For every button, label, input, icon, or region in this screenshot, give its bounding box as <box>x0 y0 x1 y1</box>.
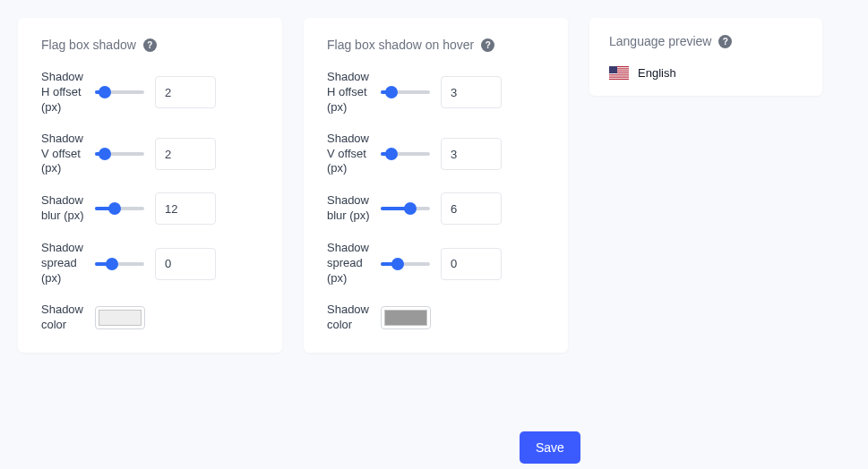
shadow-spread-input[interactable] <box>441 248 502 280</box>
shadow-h-offset-row: Shadow H offset (px) <box>41 70 259 115</box>
shadow-blur-row: Shadow blur (px) <box>41 192 259 225</box>
flag-box-shadow-card: Flag box shadow ? Shadow H offset (px) S… <box>18 18 282 353</box>
us-flag-icon <box>609 66 629 80</box>
field-label: Shadow V offset (px) <box>41 132 84 177</box>
shadow-spread-input[interactable] <box>155 248 216 280</box>
flag-box-shadow-hover-card: Flag box shadow on hover ? Shadow H offs… <box>304 18 568 353</box>
shadow-h-offset-row: Shadow H offset (px) <box>327 70 545 115</box>
shadow-h-offset-slider[interactable] <box>381 86 430 98</box>
help-icon[interactable]: ? <box>718 35 732 48</box>
shadow-v-offset-slider[interactable] <box>95 148 144 160</box>
help-icon[interactable]: ? <box>143 38 157 52</box>
shadow-v-offset-row: Shadow V offset (px) <box>41 132 259 177</box>
field-label: Shadow H offset (px) <box>327 70 370 115</box>
field-label: Shadow blur (px) <box>327 193 370 224</box>
shadow-spread-slider[interactable] <box>381 258 430 270</box>
field-label: Shadow H offset (px) <box>41 70 84 115</box>
svg-rect-7 <box>609 66 617 73</box>
shadow-blur-input[interactable] <box>155 192 216 225</box>
shadow-color-picker[interactable] <box>381 306 431 329</box>
help-icon[interactable]: ? <box>481 38 494 52</box>
shadow-color-row: Shadow color <box>327 303 545 333</box>
svg-rect-6 <box>609 78 629 79</box>
shadow-v-offset-input[interactable] <box>441 138 502 170</box>
shadow-blur-input[interactable] <box>441 192 502 225</box>
field-label: Shadow V offset (px) <box>327 132 370 177</box>
language-name: English <box>638 66 676 80</box>
shadow-blur-row: Shadow blur (px) <box>327 192 545 225</box>
save-button[interactable]: Save <box>520 431 580 464</box>
shadow-v-offset-row: Shadow V offset (px) <box>327 132 545 177</box>
shadow-v-offset-input[interactable] <box>155 138 216 170</box>
field-label: Shadow spread (px) <box>327 241 370 286</box>
shadow-blur-slider[interactable] <box>95 202 144 215</box>
language-preview-card: Language preview ? English <box>589 18 822 96</box>
svg-rect-5 <box>609 75 629 76</box>
shadow-v-offset-slider[interactable] <box>381 148 430 160</box>
card-title: Language preview ? <box>609 34 803 48</box>
shadow-color-picker[interactable] <box>95 306 145 329</box>
card-title-text: Flag box shadow <box>41 38 136 52</box>
shadow-spread-slider[interactable] <box>95 258 144 270</box>
language-preview-row: English <box>609 66 803 80</box>
card-title-text: Flag box shadow on hover <box>327 38 474 52</box>
card-title: Flag box shadow on hover ? <box>327 38 545 52</box>
field-label: Shadow color <box>327 303 370 333</box>
shadow-h-offset-input[interactable] <box>441 76 502 108</box>
field-label: Shadow spread (px) <box>41 241 84 286</box>
shadow-blur-slider[interactable] <box>381 202 430 215</box>
shadow-h-offset-slider[interactable] <box>95 86 144 98</box>
svg-rect-4 <box>609 73 629 74</box>
field-label: Shadow color <box>41 303 84 333</box>
card-title-text: Language preview <box>609 34 711 48</box>
field-label: Shadow blur (px) <box>41 193 84 224</box>
shadow-h-offset-input[interactable] <box>155 76 216 108</box>
shadow-spread-row: Shadow spread (px) <box>327 241 545 286</box>
shadow-color-row: Shadow color <box>41 303 259 333</box>
shadow-spread-row: Shadow spread (px) <box>41 241 259 286</box>
card-title: Flag box shadow ? <box>41 38 259 52</box>
